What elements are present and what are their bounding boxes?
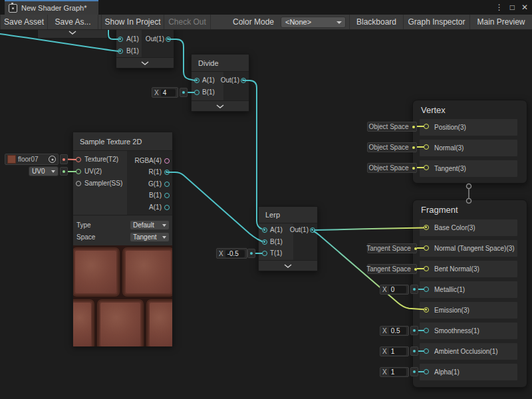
port-label: T(1) — [270, 249, 282, 257]
blackboard-toggle[interactable]: Blackboard — [349, 15, 404, 29]
tangent-space-chip[interactable]: Object Space — [367, 163, 417, 173]
fragment-port-alpha[interactable] — [424, 369, 429, 374]
divide-port-a[interactable] — [194, 78, 200, 83]
math1-port-b[interactable] — [118, 49, 123, 54]
metallic-default-field[interactable]: X 0 — [380, 285, 409, 295]
edge-math1-out-to-divide-a[interactable] — [168, 39, 195, 80]
sample-port-texture[interactable] — [76, 157, 81, 162]
metallic-connector-dot — [410, 285, 418, 294]
fragment-port-smoothness[interactable] — [424, 328, 429, 333]
fragment-port-base-color[interactable] — [424, 225, 429, 230]
smoothness-value[interactable]: 0.5 — [389, 327, 406, 334]
frag-normal-space-chip[interactable]: Tangent Space — [367, 243, 417, 253]
port-label: Texture(T2) — [84, 156, 118, 164]
metallic-value[interactable]: 0 — [389, 286, 406, 293]
shader-graph-icon — [9, 4, 17, 13]
port-label: B(1) — [270, 238, 283, 246]
port-label: A(1) — [126, 35, 139, 43]
alpha-default-field[interactable]: X 1 — [380, 367, 409, 377]
type-dropdown[interactable]: Default — [130, 220, 170, 230]
fragment-port-ambient-occlusion[interactable] — [424, 348, 429, 354]
smoothness-connector-dot — [410, 326, 418, 335]
math1-port-a[interactable] — [118, 37, 123, 42]
edge-sample-r-to-lerp-b[interactable] — [167, 172, 262, 241]
port-label: Sampler(SS) — [84, 180, 122, 188]
lerp-t-default-field[interactable]: X -0.5 — [216, 248, 247, 259]
space-dropdown[interactable]: Tangent — [130, 232, 170, 242]
sample-port-g[interactable] — [164, 182, 170, 187]
divide-b-connector-dot — [180, 88, 188, 97]
texture-name: floor07 — [18, 156, 39, 163]
color-mode-dropdown[interactable]: <None> — [281, 17, 346, 28]
tab-new-shader-graph[interactable]: New Shader Graph* — [5, 0, 98, 15]
divide-port-b[interactable] — [194, 90, 200, 95]
uv-channel-dropdown[interactable]: UV0 — [29, 166, 59, 176]
edge-divide-out-to-lerp-a[interactable] — [243, 80, 261, 229]
close-icon[interactable]: ✕ — [521, 0, 528, 15]
graph-inspector-toggle[interactable]: Graph Inspector — [404, 15, 470, 29]
alpha-value[interactable]: 1 — [389, 368, 406, 376]
ao-value[interactable]: 1 — [389, 348, 406, 355]
fragment-link-handle[interactable] — [467, 199, 471, 203]
main-preview-toggle[interactable]: Main Preview — [470, 15, 532, 29]
maximize-icon[interactable]: □ — [510, 0, 515, 15]
normal-space-chip[interactable]: Object Space — [367, 142, 417, 152]
more-menu-icon[interactable]: ⋮ — [495, 0, 503, 15]
fragment-port-metallic[interactable] — [424, 287, 429, 292]
x-component-label: X — [382, 348, 387, 355]
vertex-port-position[interactable] — [424, 124, 429, 129]
param-label: Type — [76, 221, 91, 229]
fragment-port-emission[interactable] — [424, 307, 429, 313]
divide-b-default-field[interactable]: X 4 — [152, 87, 178, 98]
fragment-port-normal[interactable] — [424, 245, 429, 251]
port-label: UV(2) — [84, 168, 102, 176]
uv-channel-value: UV0 — [32, 168, 45, 175]
space-chip-label: Tangent Space — [366, 265, 411, 273]
sample-port-b[interactable] — [164, 193, 170, 198]
port-label: Out(1) — [217, 76, 239, 84]
lerp-port-a[interactable] — [262, 227, 267, 233]
fragment-port-bent-normal[interactable] — [424, 266, 429, 271]
edges-layer — [0, 0, 532, 399]
edge-lerp-out-to-base-color[interactable] — [315, 228, 424, 231]
math1-port-out[interactable] — [166, 37, 171, 42]
port-label: RGBA(4) — [120, 157, 162, 165]
x-component-label: X — [382, 286, 387, 293]
bent-normal-space-chip[interactable]: Tangent Space — [367, 264, 417, 274]
sample-port-uv[interactable] — [76, 169, 81, 174]
edge-left-to-math1-b[interactable] — [0, 34, 118, 51]
ao-connector-dot — [410, 346, 418, 356]
x-component-label: X — [382, 368, 387, 376]
save-as-button[interactable]: Save As... — [48, 15, 98, 29]
object-picker-icon[interactable] — [49, 156, 56, 163]
vertex-port-normal[interactable] — [424, 144, 429, 150]
port-label: A(1) — [202, 76, 215, 84]
texture-object-field[interactable]: floor07 — [5, 154, 59, 165]
divide-port-out[interactable] — [241, 78, 246, 83]
smoothness-default-field[interactable]: X 0.5 — [380, 326, 409, 336]
edge-top-to-math1-a[interactable] — [108, 30, 118, 39]
window-controls: ⋮ □ ✕ — [495, 0, 528, 15]
lerp-t-value[interactable]: -0.5 — [225, 250, 245, 257]
color-mode-value: <None> — [285, 18, 311, 26]
sample-port-rgba[interactable] — [164, 158, 170, 164]
vertex-link-handle[interactable] — [467, 184, 471, 189]
x-component-label: X — [382, 327, 387, 334]
x-component-label: X — [219, 250, 223, 257]
sample-port-a[interactable] — [164, 205, 170, 210]
lerp-port-t[interactable] — [262, 251, 267, 256]
ao-default-field[interactable]: X 1 — [380, 346, 409, 356]
lerp-port-b[interactable] — [262, 239, 267, 245]
vertex-port-tangent[interactable] — [424, 165, 429, 170]
lerp-port-out[interactable] — [310, 227, 315, 233]
save-asset-button[interactable]: Save Asset — [0, 15, 48, 29]
divide-b-value[interactable]: 4 — [161, 89, 176, 96]
port-label: Out(1) — [287, 226, 309, 234]
position-space-chip[interactable]: Object Space — [367, 122, 417, 132]
sample-port-r[interactable] — [164, 170, 170, 175]
sample-port-sampler[interactable] — [76, 181, 81, 186]
connector-dot — [412, 146, 415, 149]
space-chip-label: Object Space — [368, 164, 408, 172]
show-in-project-button[interactable]: Show In Project — [101, 15, 164, 29]
tab-bar: New Shader Graph* ⋮ □ ✕ — [0, 0, 532, 15]
